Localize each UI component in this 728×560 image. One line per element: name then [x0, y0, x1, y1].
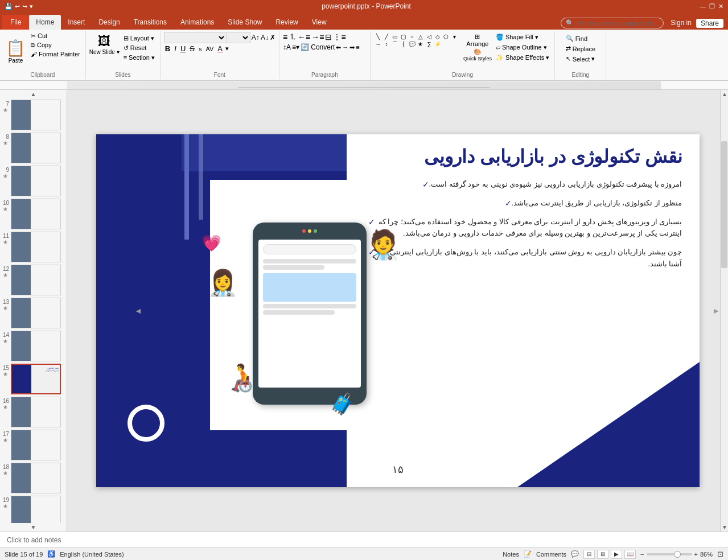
tab-insert[interactable]: Insert: [61, 15, 92, 30]
font-color-arrow[interactable]: ▾: [225, 45, 229, 52]
smart-art-button[interactable]: ⊟: [325, 32, 332, 42]
canvas-scroll-right[interactable]: ►: [712, 306, 720, 315]
bullets-button[interactable]: ≡: [283, 32, 287, 42]
slide-thumb-9[interactable]: 9★: [1, 166, 65, 196]
shape-oval[interactable]: ○: [408, 33, 416, 40]
reset-button[interactable]: ↺ Reset: [122, 44, 157, 52]
slide-thumb-19[interactable]: 19★: [1, 496, 65, 523]
font-size-selector[interactable]: [228, 32, 250, 43]
shape-rect[interactable]: ▭: [391, 33, 399, 40]
underline-button[interactable]: U: [179, 44, 187, 53]
paste-button[interactable]: 📋 Paste: [3, 32, 28, 71]
shape-arrow1[interactable]: →: [374, 40, 382, 47]
canvas-scroll-left[interactable]: ◄: [134, 306, 142, 315]
shape-outline-button[interactable]: ▱ Shape Outline ▾: [494, 43, 551, 52]
align-left-button[interactable]: ⬅: [336, 44, 341, 51]
zoom-slider[interactable]: [647, 553, 692, 555]
shape-pentagon[interactable]: ⬠: [442, 33, 450, 40]
shadow-button[interactable]: s: [198, 46, 203, 52]
zoom-in-button[interactable]: +: [694, 551, 698, 558]
scroll-up-button[interactable]: ▲: [721, 90, 728, 98]
align-text-button[interactable]: ≡▾: [292, 43, 299, 51]
shape-equation[interactable]: ∑: [425, 40, 433, 47]
shape-effects-button[interactable]: ✨ Shape Effects ▾: [494, 53, 551, 62]
restore-button[interactable]: ❐: [709, 3, 715, 10]
shape-callout[interactable]: 💬: [408, 40, 416, 47]
align-right-button[interactable]: ➡: [349, 44, 355, 51]
shape-action[interactable]: ⚡: [434, 40, 442, 47]
clear-format-button[interactable]: ✗: [270, 34, 275, 42]
slide-panel-scroll-down[interactable]: ▼: [0, 523, 67, 532]
comments-button[interactable]: Comments: [536, 551, 566, 558]
tab-animations[interactable]: Animations: [174, 15, 221, 30]
slideshow-view-button[interactable]: ▶: [611, 550, 622, 559]
reading-view-button[interactable]: 📖: [624, 550, 636, 559]
slide-thumb-17[interactable]: 17★: [1, 430, 65, 460]
new-slide-button[interactable]: 🖼 New Slide ▾: [89, 34, 120, 55]
font-name-selector[interactable]: [164, 32, 227, 43]
shape-rtriangle[interactable]: ◁: [425, 33, 433, 40]
undo-icon[interactable]: ↩: [15, 3, 20, 10]
increase-indent-button[interactable]: →≡: [311, 32, 324, 42]
tab-slideshow[interactable]: Slide Show: [221, 15, 269, 30]
format-painter-button[interactable]: 🖌 Format Painter: [29, 50, 82, 58]
quick-access-toolbar[interactable]: 💾 ↩ ↪ ▾: [5, 3, 33, 10]
slide-thumb-14[interactable]: 14★: [1, 331, 65, 361]
shape-brace[interactable]: {: [400, 40, 408, 47]
shape-triangle[interactable]: △: [417, 33, 425, 40]
slide-thumb-15[interactable]: 15★نقش تکنولوژیدر بازاریابی دارویی: [1, 364, 65, 394]
quick-styles-button[interactable]: 🎨 Quick Styles: [463, 48, 492, 61]
shape-star[interactable]: ★: [417, 40, 425, 47]
scroll-thumb[interactable]: [721, 141, 727, 269]
scroll-down-button[interactable]: ▼: [721, 523, 728, 532]
notes-bar[interactable]: Click to add notes: [0, 532, 728, 547]
font-color-button[interactable]: A: [216, 44, 224, 53]
tab-review[interactable]: Review: [269, 15, 305, 30]
tab-file[interactable]: File: [2, 15, 29, 30]
select-button[interactable]: ↖ Select ▾: [564, 55, 597, 63]
shape-line2[interactable]: ╱: [382, 33, 390, 40]
accessibility-icon[interactable]: ♿: [47, 550, 55, 558]
tab-home[interactable]: Home: [29, 15, 61, 30]
section-button[interactable]: ≡ Section ▾: [122, 53, 157, 62]
slide-thumb-12[interactable]: 12★: [1, 265, 65, 295]
window-controls[interactable]: — ❐ ✕: [700, 3, 723, 10]
center-button[interactable]: ↔: [342, 44, 348, 51]
text-direction-button[interactable]: ↕A: [283, 43, 291, 51]
italic-button[interactable]: I: [173, 44, 178, 53]
shape-arrow2[interactable]: ↕: [382, 40, 390, 47]
strikethrough-button[interactable]: S: [188, 44, 196, 53]
shape-rounded-rect[interactable]: ▢: [400, 33, 408, 40]
find-button[interactable]: 🔍 Find: [564, 34, 589, 43]
char-spacing-button[interactable]: AV: [204, 46, 215, 52]
justify-button[interactable]: ≡: [356, 44, 359, 51]
notes-button[interactable]: Notes: [503, 551, 519, 558]
shape-more[interactable]: ▾: [451, 33, 459, 40]
shape-line[interactable]: ╲: [374, 33, 382, 40]
shape-curve[interactable]: ⌒: [391, 40, 399, 47]
redo-icon[interactable]: ↪: [22, 3, 27, 10]
normal-view-button[interactable]: ⊟: [583, 550, 595, 559]
close-button[interactable]: ✕: [718, 3, 723, 10]
share-button[interactable]: Share: [696, 19, 723, 28]
save-icon[interactable]: 💾: [5, 3, 13, 10]
outline-view-button[interactable]: ⊞: [597, 550, 608, 559]
arrange-button[interactable]: ⊞ Arrange: [463, 33, 492, 47]
slide-thumb-11[interactable]: 11★: [1, 232, 65, 262]
tab-view[interactable]: View: [305, 15, 334, 30]
slide-thumb-10[interactable]: 10★: [1, 199, 65, 229]
shape-fill-button[interactable]: 🪣 Shape Fill ▾: [494, 33, 551, 42]
decrease-indent-button[interactable]: ←≡: [298, 32, 310, 42]
vertical-scrollbar[interactable]: ▲ ▼: [720, 90, 728, 532]
slide-thumb-18[interactable]: 18★: [1, 463, 65, 493]
copy-button[interactable]: ⧉ Copy: [29, 41, 82, 50]
slide-thumb-16[interactable]: 16★: [1, 397, 65, 427]
zoom-out-button[interactable]: −: [640, 551, 644, 558]
tell-me-input[interactable]: 🔍 Tell me what you want to do...: [561, 18, 664, 28]
signin-button[interactable]: Sign in: [671, 19, 692, 28]
tab-design[interactable]: Design: [92, 15, 126, 30]
slide-panel-scroll-up[interactable]: ▲: [0, 90, 67, 98]
shape-diamond[interactable]: ◇: [434, 33, 442, 40]
slide-thumb-8[interactable]: 8★: [1, 133, 65, 163]
minimize-button[interactable]: —: [700, 3, 706, 10]
